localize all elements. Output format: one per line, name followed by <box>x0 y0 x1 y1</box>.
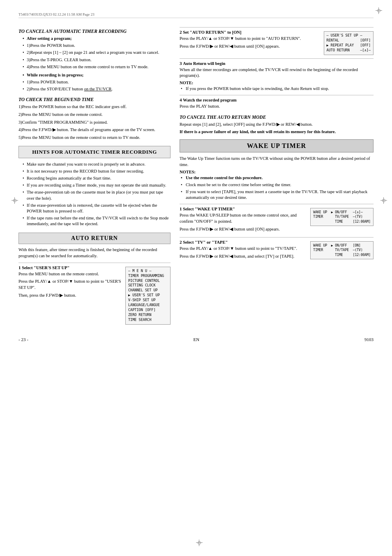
wake-step2-text2: Press the F.FWD/▶ or REW/◀ button, and s… <box>180 254 306 260</box>
wake-step1-text2: Press the F.FWD/▶ or REW/◀ button until … <box>180 226 306 233</box>
hint-7: If the tape runs out before the end time… <box>23 215 171 227</box>
after-setting-label: After setting a program; <box>23 36 171 42</box>
footer-page-num: - 23 - <box>18 337 28 342</box>
hint-6: If the erase-prevention tab is removed, … <box>23 203 171 214</box>
while-recording-label: While recording is in progress; <box>23 72 171 78</box>
wake-up-timer-box: WAKE UP TIMER <box>180 139 374 152</box>
step4-header: 4 Watch the recorded program <box>180 97 374 102</box>
page-footer: - 23 - EN 9103 <box>18 335 374 342</box>
hint-4: If you are recording using a Timer mode,… <box>23 182 171 188</box>
wake-up-timer-description: The Wake Up Timer function turns on the … <box>180 156 374 168</box>
step2-number: 2 <box>180 30 183 35</box>
wake-step2-display: WAKE UP ▶ ON/OFF [ON] TIMER TV/TAPE –(TV… <box>310 241 374 259</box>
note-label: NOTE: <box>180 81 374 85</box>
cancel-timer-title: TO CANCEL AN AUTOMATIC TIMER RECORDING <box>18 29 171 34</box>
step1-text1: Press the MENU button on the remote cont… <box>18 271 121 277</box>
footer-code: 9103 <box>364 337 374 342</box>
wake-step2-number: 2 <box>180 240 183 245</box>
step4-number: 4 <box>180 97 183 102</box>
check-step-3: 3)Confirm "TIMER PROGRAMMING" is pointed… <box>18 120 171 126</box>
step2-text2: Press the F.FWD/▶ or REW/◀ button until … <box>180 44 320 50</box>
check-begin-end-section: TO CHECK THE BEGIN/END TIME 1)Press the … <box>18 97 171 141</box>
step1-number: 1 <box>18 265 22 270</box>
step4-text: Press the PLAY button. <box>180 104 374 110</box>
main-content: TO CANCEL AN AUTOMATIC TIMER RECORDING A… <box>18 24 374 327</box>
step3-number: 3 <box>180 61 183 66</box>
auto-return-step1: 1 Select "USER'S SET UP" Press the MENU … <box>18 263 171 325</box>
auto-return-step2: 2 Set "AUTO RETURN" to [ON] Press the PL… <box>180 27 374 55</box>
cancel-timer-section: TO CANCEL AN AUTOMATIC TIMER RECORDING A… <box>18 29 171 92</box>
cancel-auto-return-text2: If there is a power failure of any kind,… <box>180 129 374 135</box>
cancel-auto-return-section: TO CANCEL THE AUTO RETURN MODE Repeat st… <box>180 115 374 135</box>
right-column: 2 Set "AUTO RETURN" to [ON] Press the PL… <box>180 24 374 327</box>
wake-notes-label: NOTES: <box>180 170 374 174</box>
check-step-2: 2)Press the MENU button on the remote co… <box>18 112 171 118</box>
hints-list: Make sure the channel you want to record… <box>18 161 171 227</box>
check-step-4: 4)Press the F.FWD/▶ button. The details … <box>18 127 171 133</box>
cancel-step-4: 4)Press the MENU button on the remote co… <box>23 64 171 70</box>
hint-5: The erase-prevention tab on the cassette… <box>23 189 171 201</box>
step4-title: Watch the recorded program <box>183 98 237 102</box>
auto-return-title: AUTO RETURN <box>23 235 166 242</box>
while-step-1: 1)Press POWER button. <box>23 79 171 85</box>
check-step-5: 5)Press the MENU button on the remote co… <box>18 135 171 141</box>
step1-header: 1 Select "USER'S SET UP" <box>18 265 121 270</box>
step1-menu-display: – M E N U – TIMER PROGRAMMING PICTURE CO… <box>125 267 171 325</box>
while-recording-block: While recording is in progress; 1)Press … <box>18 72 171 92</box>
step3-title: Auto Return will begin <box>183 61 225 66</box>
cancel-auto-return-title: TO CANCEL THE AUTO RETURN MODE <box>180 115 374 120</box>
header-text: T5403/7403UD.QX33 02.12.24 11:58 AM Page… <box>18 12 95 16</box>
wake-step1-text1: Press the WAKE UP/SLEEP button on the re… <box>180 212 306 224</box>
page-header: T5403/7403UD.QX33 02.12.24 11:58 AM Page… <box>18 12 374 18</box>
wake-step1-display: WAKE UP ▶ ON/OFF –[∧]– TIMER TV/TAPE –(T… <box>310 208 374 226</box>
after-setting-block: After setting a program; 1)Press the POW… <box>18 36 171 70</box>
hint-2: It is not necessary to press the RECORD … <box>23 168 171 174</box>
wake-step2-title: Select "TV" or "TAPE" <box>183 240 228 245</box>
left-column: TO CANCEL AN AUTOMATIC TIMER RECORDING A… <box>18 24 171 327</box>
check-begin-end-title: TO CHECK THE BEGIN/END TIME <box>18 97 171 102</box>
step1-text3: Then, press the F.FWD/▶ button. <box>18 293 121 299</box>
wake-note-3: If you want to select [TAPE], you must i… <box>180 189 374 201</box>
wake-step1-number: 1 <box>180 206 183 211</box>
wake-step1-header: 1 Select "WAKE UP TIMER" <box>180 206 306 211</box>
step2-text1: Press the PLAY/▲ or STOP/▼ button to poi… <box>180 36 320 42</box>
wake-up-timer-title: WAKE UP TIMER <box>184 142 369 150</box>
step2-header: 2 Set "AUTO RETURN" to [ON] <box>180 30 320 35</box>
footer-lang: EN <box>194 337 200 342</box>
page: T5403/7403UD.QX33 02.12.24 11:58 AM Page… <box>0 0 392 556</box>
hints-box-title: HINTS FOR AUTOMATIC TIMER RECORDING <box>23 149 166 156</box>
wake-step2-header: 2 Select "TV" or "TAPE" <box>180 240 306 245</box>
check-steps: 1)Press the POWER button so that the REC… <box>18 104 171 141</box>
step2-title: Set "AUTO RETURN" to [ON] <box>183 30 241 35</box>
auto-return-description: With this feature, after timer recording… <box>18 247 171 259</box>
cancel-step-3: 3)Press the T-PROG. CLEAR button. <box>23 57 171 63</box>
wake-note-1: Use the remote control for this procedur… <box>180 175 374 181</box>
wake-step2-text1: Press the PLAY/▲ or STOP/▼ button until … <box>180 246 306 252</box>
auto-return-step3: 3 Auto Return will begin When all the ti… <box>180 58 374 92</box>
wake-note-2: Clock must be set to the correct time be… <box>180 182 374 188</box>
while-step-2: 2)Press the STOP/EJECT button on the TV/… <box>23 86 171 92</box>
wake-step1-title: Select "WAKE UP TIMER" <box>183 207 235 211</box>
cancel-step-1: 1)Press the POWER button. <box>23 43 171 48</box>
wake-step1: 1 Select "WAKE UP TIMER" Press the WAKE … <box>180 204 374 234</box>
cancel-auto-return-text1: Repeat steps [1] and [2], select [OFF] u… <box>180 122 374 128</box>
step1-text2: Press the PLAY/▲ or STOP/▼ button to poi… <box>18 279 121 291</box>
step3-text: When all the timer recordings are comple… <box>180 67 374 79</box>
auto-return-box: AUTO RETURN <box>18 233 171 244</box>
auto-return-step4: 4 Watch the recorded program Press the P… <box>180 95 374 110</box>
check-step-1: 1)Press the POWER button so that the REC… <box>18 104 171 110</box>
step1-title: Select "USER'S SET UP" <box>22 265 69 270</box>
hints-box: HINTS FOR AUTOMATIC TIMER RECORDING <box>18 146 171 158</box>
step3-header: 3 Auto Return will begin <box>180 61 374 66</box>
step2-display: – USER'S SET UP – RENTAL [OFF] ▶ REPEAT … <box>324 31 374 55</box>
wake-notes: NOTES: Use the remote control for this p… <box>180 170 374 201</box>
wake-step2: 2 Select "TV" or "TAPE" Press the PLAY/▲… <box>180 237 374 261</box>
hints-content: Make sure the channel you want to record… <box>18 161 171 227</box>
note-body: If you press the POWER button while tape… <box>180 86 374 92</box>
cancel-step-2: 2)Repeat steps [1] ~ [2] on page 21 and … <box>23 50 171 55</box>
hint-1: Make sure the channel you want to record… <box>23 161 171 167</box>
hint-3: Recording begins automatically at the St… <box>23 175 171 181</box>
